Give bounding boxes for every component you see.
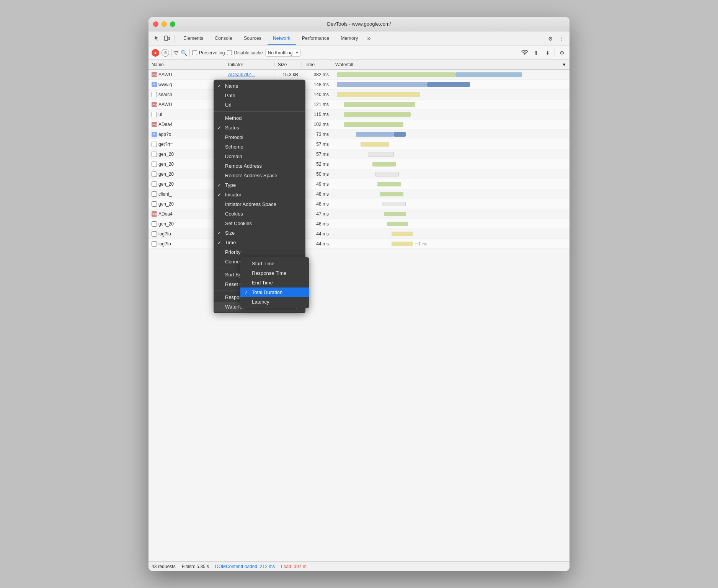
row-checkbox[interactable]	[152, 231, 157, 237]
header-time[interactable]: Time	[302, 62, 332, 67]
cell-waterfall: 1 ms	[332, 239, 570, 248]
table-row[interactable]: gen_20 (index):116 15 B 49 ms	[148, 179, 570, 189]
more-icon[interactable]: ⋮	[557, 34, 566, 43]
row-checkbox[interactable]	[152, 201, 157, 207]
filter-icon[interactable]: ▽	[174, 50, 178, 56]
cell-size: 15.3 kB	[275, 72, 302, 77]
table-row[interactable]: gen_20 m=cdos,dp... 14 B 57 ms	[148, 149, 570, 159]
cell-waterfall	[332, 209, 570, 219]
ctx-item-status[interactable]: Status	[214, 123, 305, 132]
device-icon[interactable]	[162, 34, 171, 43]
ctx-item-name[interactable]: Name	[214, 81, 305, 91]
table-row[interactable]: img ADea4 app?origin... 22 B 47 ms	[148, 209, 570, 219]
table-row[interactable]: search m=cdos,dp... 21.0 kB 140 ms	[148, 90, 570, 100]
preserve-log-checkbox[interactable]	[192, 50, 197, 55]
header-name[interactable]: Name	[148, 62, 225, 67]
row-checkbox[interactable]	[152, 142, 157, 147]
table-row[interactable]: gen_20 14 B 46 ms	[148, 219, 570, 229]
cell-waterfall	[332, 199, 570, 209]
header-initiator[interactable]: Initiator	[225, 62, 275, 67]
devtools-toolbar: Elements Console Sources Network Perform…	[148, 31, 570, 46]
row-checkbox[interactable]	[152, 191, 157, 197]
download-icon[interactable]: ⬇	[543, 48, 552, 57]
ctx-item-url[interactable]: Url	[214, 100, 305, 110]
table-row[interactable]: img AAWU ADea4I7lfZ... 2.7 kB 121 ms	[148, 100, 570, 109]
ctx-item-cookies[interactable]: Cookies	[214, 209, 305, 219]
ctx-item-path[interactable]: Path	[214, 91, 305, 100]
cell-time: 148 ms	[302, 82, 332, 87]
minimize-button[interactable]	[162, 21, 167, 27]
row-checkbox[interactable]	[152, 181, 157, 187]
close-button[interactable]	[153, 21, 158, 27]
table-row[interactable]: ≡ app?o rs=AA2YrT... 14.4 kB 73 ms	[148, 129, 570, 139]
ctx-submenu-start-time[interactable]: Start Time	[240, 259, 309, 268]
tab-memory[interactable]: Memory	[335, 32, 363, 45]
preserve-log-label[interactable]: Preserve log	[192, 50, 225, 56]
tab-more[interactable]: »	[364, 32, 374, 45]
ctx-item-initiator[interactable]: Initiator	[214, 190, 305, 199]
upload-icon[interactable]: ⬆	[532, 48, 541, 57]
row-checkbox[interactable]	[152, 112, 157, 117]
clear-button[interactable]: ⊘	[162, 49, 169, 57]
cell-time: 140 ms	[302, 92, 332, 97]
tab-elements[interactable]: Elements	[178, 32, 209, 45]
tab-network[interactable]: Network	[268, 32, 296, 45]
ctx-item-domain[interactable]: Domain	[214, 152, 305, 161]
disable-cache-checkbox[interactable]	[227, 50, 232, 55]
ctx-submenu-total-duration[interactable]: Total Duration	[240, 287, 309, 297]
ctx-item-type[interactable]: Type	[214, 180, 305, 190]
cursor-icon[interactable]	[152, 34, 161, 43]
table-row[interactable]: log?fo 70 B 44 ms	[148, 229, 570, 239]
throttle-select[interactable]: No throttling Fast 3G Slow 3G	[265, 49, 301, 57]
disable-cache-label[interactable]: Disable cache	[227, 50, 263, 56]
toolbar-right: ⚙ ⋮	[546, 34, 566, 43]
table-row[interactable]: img AAWU ADea4I7lfZ... 15.3 kB 382 ms	[148, 70, 570, 80]
wifi-icon[interactable]	[520, 48, 529, 57]
table-row[interactable]: ≡ www.g Other 44.3 kB 148 ms	[148, 80, 570, 90]
table-row[interactable]: gen_20 (index):215 14 B 48 ms	[148, 199, 570, 209]
table-row[interactable]: gen_20 (index):116 15 B 52 ms	[148, 159, 570, 169]
table-row[interactable]: client_ (index):3 18 B 48 ms	[148, 189, 570, 199]
waterfall-submenu: Start Time Response Time End Time Total …	[240, 257, 309, 308]
ctx-item-time[interactable]: Time	[214, 238, 305, 247]
cell-waterfall	[332, 169, 570, 179]
ctx-item-set-cookies[interactable]: Set Cookies	[214, 219, 305, 228]
row-checkbox[interactable]	[152, 152, 157, 157]
ctx-submenu-response-time[interactable]: Response Time	[240, 268, 309, 278]
row-checkbox[interactable]	[152, 241, 157, 247]
requests-count: 43 requests	[152, 564, 176, 569]
ctx-item-size[interactable]: Size	[214, 228, 305, 238]
table-row[interactable]: log?fo 70 B 44 ms 1 ms	[148, 239, 570, 249]
ctx-submenu-latency[interactable]: Latency	[240, 297, 309, 307]
ctx-item-scheme[interactable]: Scheme	[214, 142, 305, 152]
settings-icon[interactable]: ⚙	[546, 34, 555, 43]
row-checkbox[interactable]	[152, 221, 157, 227]
ctx-submenu-end-time[interactable]: End Time	[240, 278, 309, 287]
cell-time: 102 ms	[302, 122, 332, 127]
row-checkbox[interactable]	[152, 162, 157, 167]
table-row[interactable]: img ADea4 (index) 22 B 102 ms	[148, 119, 570, 129]
tab-performance[interactable]: Performance	[297, 32, 335, 45]
header-waterfall[interactable]: Waterfall ▼	[332, 62, 570, 67]
ctx-item-protocol[interactable]: Protocol	[214, 132, 305, 142]
ctx-item-initiator-address-space[interactable]: Initiator Address Space	[214, 199, 305, 209]
row-checkbox[interactable]	[152, 92, 157, 97]
row-type-icon: ≡	[152, 82, 157, 87]
row-type-icon: img	[152, 102, 157, 107]
ctx-item-remote-address-space[interactable]: Remote Address Space	[214, 171, 305, 180]
table-row[interactable]: gen_20 (index):12 14 B 50 ms	[148, 169, 570, 179]
ctx-item-remote-address[interactable]: Remote Address	[214, 161, 305, 171]
ctx-item-priority[interactable]: Priority	[214, 247, 305, 257]
ctx-item-method[interactable]: Method	[214, 113, 305, 123]
search-icon[interactable]: 🔍	[181, 50, 187, 56]
table-row[interactable]: get?rt= rs=AA2YrT... 14.8 kB 57 ms	[148, 139, 570, 149]
tab-sources[interactable]: Sources	[238, 32, 267, 45]
tab-console[interactable]: Console	[209, 32, 238, 45]
header-size[interactable]: Size	[275, 62, 302, 67]
maximize-button[interactable]	[170, 21, 175, 27]
cell-time: 115 ms	[302, 112, 332, 117]
row-checkbox[interactable]	[152, 172, 157, 177]
table-row[interactable]: ui m=DhPYm... 0 B 115 ms	[148, 109, 570, 119]
record-button[interactable]: ●	[152, 49, 159, 57]
settings-icon[interactable]: ⚙	[557, 48, 566, 57]
